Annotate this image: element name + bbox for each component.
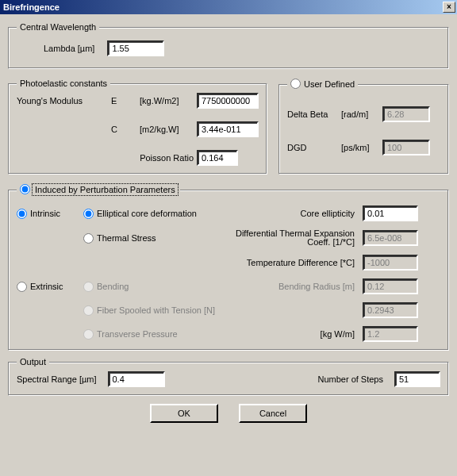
fiber-spooled-label: Fiber Spooled with Tension [N]: [97, 305, 215, 315]
tempdiff-label: Temperature Difference [*C]: [223, 258, 358, 267]
radio-bending: Bending: [83, 282, 218, 292]
elliptical-label: Elliptical core deformation: [97, 209, 197, 218]
bending-radius-input: [363, 278, 418, 294]
window-title: Birefringence: [3, 2, 443, 12]
transverse-label: Transverse Pressure: [97, 329, 178, 339]
button-row: OK Cancel: [8, 404, 449, 423]
spectral-label: Spectral Range [µm]: [17, 374, 97, 384]
group-perturbation: Induced by Perturbation Parameters Intri…: [8, 184, 449, 351]
dgd-input: [382, 140, 430, 155]
delta-beta-input: [382, 106, 430, 122]
group-user-defined: User Defined Delta Beta [rad/m] DGD [ps/…: [278, 79, 449, 175]
legend-output: Output: [17, 357, 49, 367]
E-unit: [kg.W/m2]: [140, 96, 194, 106]
dialog-client: Central Wavelength Lambda [µm] Photoelas…: [0, 14, 457, 431]
perturbation-label: Induced by Perturbation Parameters: [33, 185, 177, 194]
dte-label: Differential Thermal Expansion Coeff. [1…: [223, 229, 358, 247]
young-label: Young's Modulus: [17, 96, 108, 106]
intrinsic-label: Intrinsic: [30, 209, 60, 218]
dgd-label: DGD: [287, 143, 336, 152]
radio-fiber-spooled: Fiber Spooled with Tension [N]: [83, 305, 358, 316]
radio-thermal[interactable]: Thermal Stress: [83, 233, 218, 244]
legend-central: Central Wavelength: [17, 22, 99, 32]
E-symbol: E: [111, 96, 136, 106]
ok-button[interactable]: OK: [150, 404, 218, 423]
legend-photoelastic: Photoelastic constants: [17, 79, 110, 88]
thermal-label: Thermal Stress: [97, 233, 156, 243]
title-bar: Birefringence ×: [0, 0, 457, 14]
C-unit: [m2/kg.W]: [140, 125, 194, 134]
spectral-input[interactable]: [108, 371, 165, 387]
bending-radius-label: Bending Radius [m]: [223, 282, 358, 291]
fiber-spooled-input: [363, 302, 418, 318]
young-input[interactable]: [197, 93, 259, 109]
group-output: Output Spectral Range [µm] Number of Ste…: [8, 357, 449, 396]
lambda-label: Lambda [µm]: [44, 44, 94, 53]
radio-intrinsic[interactable]: Intrinsic: [17, 209, 79, 219]
extrinsic-label: Extrinsic: [30, 282, 63, 291]
poisson-label: Poisson Ratio: [140, 153, 194, 163]
radio-extrinsic[interactable]: Extrinsic: [17, 282, 79, 292]
delta-beta-unit: [rad/m]: [341, 109, 378, 119]
bending-label: Bending: [97, 282, 129, 291]
user-defined-label: User Defined: [304, 79, 355, 89]
steps-label: Number of Steps: [317, 374, 383, 384]
radio-transverse: Transverse Pressure: [83, 329, 218, 340]
close-icon[interactable]: ×: [443, 2, 455, 13]
radio-elliptical[interactable]: Elliptical core deformation: [83, 209, 218, 219]
radio-user-defined[interactable]: User Defined: [290, 79, 355, 89]
poisson-input[interactable]: [197, 150, 238, 166]
steps-input[interactable]: [394, 371, 440, 387]
group-photoelastic: Photoelastic constants Young's Modulus E…: [8, 79, 267, 175]
dte-input: [363, 230, 418, 246]
lambda-input[interactable]: [107, 40, 164, 56]
dgd-unit: [ps/km]: [341, 143, 378, 152]
radio-perturbation[interactable]: Induced by Perturbation Parameters: [20, 184, 177, 194]
delta-beta-label: Delta Beta: [287, 109, 336, 119]
core-ellipticity-input[interactable]: [363, 205, 418, 221]
tempdiff-input: [363, 255, 418, 271]
transverse-input: [363, 326, 418, 342]
C-symbol: C: [111, 125, 136, 134]
core-ellipticity-label: Core ellipticity: [223, 209, 358, 218]
group-central-wavelength: Central Wavelength Lambda [µm]: [8, 22, 449, 69]
C-input[interactable]: [197, 121, 259, 137]
transverse-unit: [kg W/m]: [223, 329, 358, 339]
cancel-button[interactable]: Cancel: [239, 404, 307, 423]
